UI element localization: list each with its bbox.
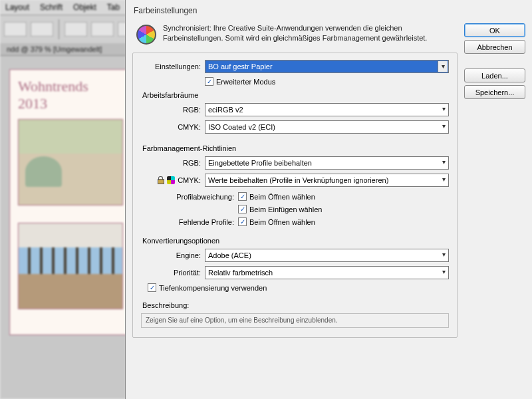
workspaces-header: Arbeitsfarbräume	[142, 91, 449, 99]
missing-open-label: Beim Öffnen wählen	[249, 218, 315, 226]
image-livingroom[interactable]	[18, 223, 123, 309]
sync-status-row: Synchronisiert: Ihre Creative Suite-Anwe…	[132, 23, 458, 53]
settings-dropdown[interactable]: BO auf gestr Papier	[205, 60, 449, 73]
page-title: Wohntrends 2013	[18, 78, 119, 112]
dialog-button-column: OK Abbrechen Laden... Speichern...	[464, 23, 525, 338]
menu-table[interactable]: Tab	[107, 3, 120, 12]
image-bathroom[interactable]	[18, 119, 123, 205]
policy-rgb-label: RGB:	[141, 159, 201, 167]
mismatch-open-label: Beim Öffnen wählen	[249, 193, 315, 201]
checkbox-icon: ✓	[238, 192, 247, 201]
menu-font[interactable]: Schrift	[40, 3, 63, 12]
save-button[interactable]: Speichern...	[464, 85, 525, 99]
checkbox-icon: ✓	[148, 283, 156, 292]
policy-rgb-dropdown[interactable]: Eingebettete Profile beibehalten	[205, 156, 449, 170]
toolbar-slot[interactable]	[65, 22, 87, 37]
color-settings-dialog: Farbeinstellungen Synchronisiert: Ihre C…	[125, 0, 532, 399]
engine-dropdown[interactable]: Adobe (ACE)	[205, 249, 449, 262]
lock-icon	[156, 176, 164, 184]
dialog-title: Farbeinstellungen	[126, 0, 532, 23]
advanced-mode-label: Erweiterter Modus	[216, 78, 275, 86]
settings-label: Einstellungen:	[141, 63, 201, 70]
toolbar-slot[interactable]	[91, 22, 114, 37]
cmyk-label: CMYK:	[141, 123, 201, 131]
engine-label: Engine:	[141, 251, 201, 259]
intent-label: Priorität:	[141, 269, 201, 277]
toolbar-slot[interactable]	[4, 22, 27, 37]
bpc-checkbox[interactable]: ✓ Tiefenkompensierung verwenden	[148, 283, 267, 292]
document-page: Wohntrends 2013	[9, 69, 128, 335]
description-header: Beschreibung:	[142, 301, 449, 309]
checkbox-icon: ✓	[205, 77, 213, 86]
cmyk-workspace-dropdown[interactable]: ISO Coated v2 (ECI)	[205, 120, 449, 134]
bpc-label: Tiefenkompensierung verwenden	[159, 284, 267, 292]
missing-profiles-label: Fehlende Profile:	[141, 218, 234, 226]
toolbar-slot[interactable]	[31, 22, 53, 37]
checkbox-icon: ✓	[238, 205, 247, 213]
cancel-button[interactable]: Abbrechen	[464, 40, 525, 54]
missing-open-checkbox[interactable]: ✓ Beim Öffnen wählen	[238, 217, 315, 226]
description-box: Zeigen Sie auf eine Option, um eine Besc…	[141, 313, 449, 328]
checkbox-icon: ✓	[238, 217, 247, 226]
policy-cmyk-label: CMYK:	[178, 176, 201, 184]
settings-panel: Einstellungen: BO auf gestr Papier ✓ Erw…	[132, 53, 458, 338]
mismatch-open-checkbox[interactable]: ✓ Beim Öffnen wählen	[238, 192, 315, 201]
policies-header: Farbmanagement-Richtlinien	[142, 144, 449, 152]
mismatch-paste-label: Beim Einfügen wählen	[249, 205, 322, 213]
advanced-mode-checkbox[interactable]: ✓ Erweiterter Modus	[205, 77, 275, 86]
menu-object[interactable]: Objekt	[73, 3, 96, 12]
rgb-label: RGB:	[141, 106, 201, 114]
rgb-workspace-dropdown[interactable]: eciRGB v2	[205, 103, 449, 116]
profile-mismatch-label: Profilabweichung:	[141, 193, 234, 201]
sync-status-text: Synchronisiert: Ihre Creative Suite-Anwe…	[163, 23, 456, 45]
ok-button[interactable]: OK	[464, 23, 525, 37]
cmyk-icon	[167, 176, 175, 184]
menu-layout[interactable]: Layout	[5, 3, 29, 12]
intent-dropdown[interactable]: Relativ farbmetrisch	[205, 266, 449, 279]
policy-cmyk-dropdown[interactable]: Werte beibehalten (Profile in Verknüpfun…	[205, 174, 449, 187]
color-wheel-icon	[136, 25, 156, 45]
mismatch-paste-checkbox[interactable]: ✓ Beim Einfügen wählen	[238, 205, 322, 213]
load-button[interactable]: Laden...	[464, 68, 525, 82]
toolbar-divider	[59, 19, 59, 39]
conversion-header: Konvertierungsoptionen	[142, 237, 449, 245]
